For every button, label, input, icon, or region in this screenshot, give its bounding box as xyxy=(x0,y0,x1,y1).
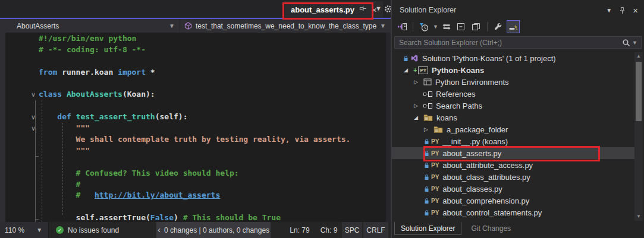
expand-arrow-icon[interactable]: ▷ xyxy=(424,126,433,132)
line-ending-indicator[interactable]: CRLF xyxy=(363,222,388,238)
chevron-down-icon[interactable]: ▼ xyxy=(632,40,637,46)
sync-with-active-document-icon[interactable] xyxy=(440,20,453,33)
tree-item-solution-python-koans-1-of-1-project[interactable]: Solution 'Python-Koans' (1 of 1 project) xyxy=(392,52,634,64)
issues-status[interactable]: ✓ No issues found xyxy=(56,222,119,238)
search-input[interactable] xyxy=(395,39,622,47)
tree-item-about-attribute-access-py[interactable]: PYabout_attribute_access.py xyxy=(392,159,634,171)
tree-item-init-py-koans[interactable]: PY__init__.py (koans) xyxy=(392,135,634,147)
window-position-dropdown-icon[interactable]: ▼ xyxy=(606,7,612,14)
tree-item-python-environments[interactable]: ▷Python Environments xyxy=(392,76,634,88)
code-line[interactable]: # http://bit.ly/about_asserts xyxy=(0,190,385,201)
tree-item-label: a_package_folder xyxy=(447,125,508,134)
code-line[interactable]: #!/usr/bin/env python xyxy=(0,33,385,45)
code-line[interactable]: # -*- coding: utf-8 -*- xyxy=(0,45,385,56)
line-indicator[interactable]: Ln: 79 xyxy=(284,222,315,238)
tree-scrollbar[interactable]: ▲ ▼ xyxy=(634,52,643,221)
tree-item-python-koans[interactable]: ◢+PYPython-Koans xyxy=(392,64,634,76)
code-line[interactable]: # xyxy=(0,179,385,191)
spaces-indicator[interactable]: SPC xyxy=(342,222,362,238)
fold-chevron-icon[interactable]: ∨ xyxy=(31,89,36,100)
scroll-down-icon[interactable]: ▼ xyxy=(634,212,643,221)
editor-scrollbar[interactable] xyxy=(386,33,391,222)
editor-navigation-bar: AboutAsserts ▼ test_that_sometimes_we_ne… xyxy=(0,18,391,33)
zoom-control[interactable]: 110 % ▼ xyxy=(0,222,49,238)
scrollbar-thumb[interactable] xyxy=(636,62,642,121)
code-line[interactable]: ∨ def test_assert_truth(self): xyxy=(0,112,385,123)
show-all-files-icon[interactable] xyxy=(470,20,483,33)
check-circle-icon: ✓ xyxy=(56,226,64,234)
tree-item-references[interactable]: References xyxy=(392,88,634,100)
search-paths-icon xyxy=(423,103,432,109)
expand-arrow-icon[interactable]: ▷ xyxy=(414,103,423,109)
tab-about-asserts-py[interactable]: about_asserts.py × xyxy=(285,1,383,18)
chevron-down-icon[interactable]: ▼ xyxy=(375,5,382,12)
track-active-item-icon[interactable] xyxy=(507,20,520,33)
type-dropdown[interactable]: AboutAsserts ▼ xyxy=(0,19,180,33)
code-line[interactable]: We shall contemplate truth by testing re… xyxy=(0,134,385,145)
code-line[interactable] xyxy=(0,157,385,168)
collapse-arrow-icon[interactable]: ◢ xyxy=(414,115,423,120)
search-box[interactable]: ▼ xyxy=(394,36,642,49)
code-line[interactable]: # Confused? This video should help: xyxy=(0,168,385,179)
tree-item-about-asserts-py[interactable]: PYabout_asserts.py xyxy=(392,147,634,159)
chevron-left-icon: ‹ xyxy=(158,225,161,234)
tab-git-changes[interactable]: Git Changes xyxy=(465,222,517,235)
tree-item-about-classes-py[interactable]: PYabout_classes.py xyxy=(392,183,634,195)
tree-item-about-comprehension-py[interactable]: PYabout_comprehension.py xyxy=(392,195,634,207)
code-line[interactable]: """ xyxy=(0,145,385,157)
tree-item-label: Search Paths xyxy=(436,101,482,110)
tree-item-label: koans xyxy=(436,113,457,122)
tree-item-search-paths[interactable]: ▷Search Paths xyxy=(392,100,634,112)
collapse-all-icon[interactable] xyxy=(455,20,468,33)
switch-views-icon[interactable] xyxy=(395,20,409,33)
tab-solution-explorer[interactable]: Solution Explorer xyxy=(394,222,461,235)
code-line[interactable] xyxy=(0,56,385,67)
close-icon[interactable]: × xyxy=(633,5,638,15)
tree-item-about-class-attributes-py[interactable]: PYabout_class_attributes.py xyxy=(392,171,634,183)
python-file-icon: PY xyxy=(431,210,439,216)
search-icon[interactable] xyxy=(622,39,630,47)
pin-icon[interactable] xyxy=(619,7,626,14)
code-line[interactable] xyxy=(0,100,385,112)
code-token: # This should be True xyxy=(183,213,281,222)
code-line[interactable]: ∨class AboutAsserts(Koan): xyxy=(0,89,385,100)
code-line[interactable]: from runner.koan import * xyxy=(0,67,385,78)
python-file-icon: PY xyxy=(431,174,439,180)
fold-chevron-icon[interactable]: ∨ xyxy=(31,123,36,134)
code-line[interactable] xyxy=(0,78,385,90)
tree-item-label: Python-Koans xyxy=(432,66,484,75)
column-indicator[interactable]: Ch: 9 xyxy=(316,222,341,238)
tree-item-label: about_control_statements.py xyxy=(442,208,542,217)
code-link[interactable]: http://bit.ly/about_asserts xyxy=(95,191,220,199)
solution-icon xyxy=(410,54,419,62)
changes-status-label: 0 changes | 0 authors, 0 changes xyxy=(164,226,269,234)
member-dropdown[interactable]: test_that_sometimes_we_need_to_know_the_… xyxy=(180,19,391,33)
properties-icon[interactable] xyxy=(492,20,505,33)
collapse-arrow-icon[interactable]: ◢ xyxy=(404,67,413,73)
code-line[interactable] xyxy=(0,201,385,212)
fold-chevron-icon[interactable]: ∨ xyxy=(31,112,36,123)
tree-item-about-control-statements-py[interactable]: PYabout_control_statements.py xyxy=(392,207,634,218)
code-token: * xyxy=(146,68,155,77)
code-token: class xyxy=(39,90,62,99)
changes-status[interactable]: ‹ 0 changes | 0 authors, 0 changes xyxy=(156,222,271,238)
tree-item-a-package-folder[interactable]: ▷a_package_folder xyxy=(392,123,634,135)
code-token: AboutAsserts xyxy=(67,90,122,99)
code-token: """ xyxy=(39,146,90,155)
code-editor[interactable]: #!/usr/bin/env python# -*- coding: utf-8… xyxy=(0,33,391,222)
pending-changes-filter-icon[interactable] xyxy=(417,20,431,33)
code-line[interactable]: ∨ """ xyxy=(0,123,385,134)
tree-item-label: about_classes.py xyxy=(442,185,502,193)
chevron-down-icon[interactable]: ▼ xyxy=(433,24,438,30)
python-file-icon: PY xyxy=(431,138,439,145)
code-token: False xyxy=(150,213,174,222)
pin-icon[interactable] xyxy=(360,4,366,15)
expand-arrow-icon[interactable]: ▷ xyxy=(414,79,423,85)
document-tab-strip: about_asserts.py × ▼ xyxy=(0,0,391,18)
code-line[interactable]: self.assertTrue(False) # This should be … xyxy=(0,212,385,222)
status-bar: 110 % ▼ ✓ No issues found ‹ 0 changes | … xyxy=(0,222,391,238)
tree-item-koans[interactable]: ◢koans xyxy=(392,112,634,123)
code-token xyxy=(71,112,76,121)
lock-icon xyxy=(424,210,429,216)
scroll-up-icon[interactable]: ▲ xyxy=(634,52,643,61)
